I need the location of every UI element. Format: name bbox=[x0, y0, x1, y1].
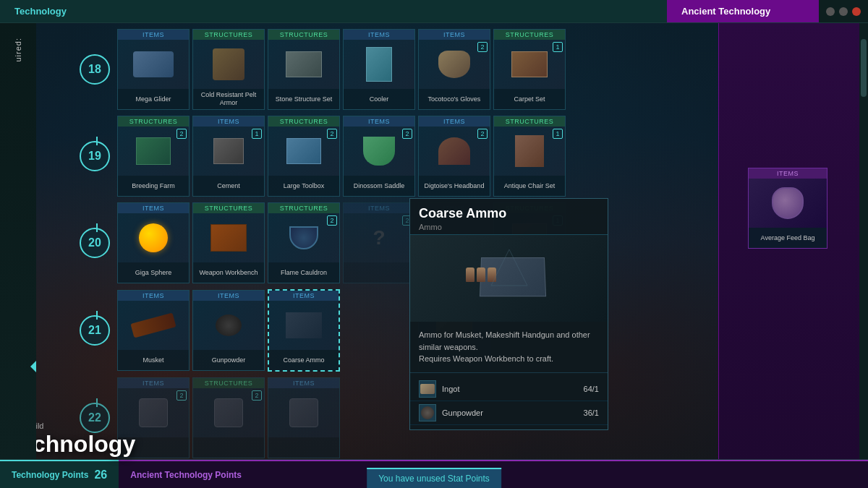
close-button[interactable] bbox=[852, 7, 861, 16]
tech-card-gloves[interactable]: Items 2 Tocotoco's Gloves bbox=[418, 29, 490, 110]
card-type-label: Items bbox=[344, 116, 414, 127]
headband-icon bbox=[438, 137, 470, 165]
tech-card-coarse-ammo[interactable]: Items Coarse Ammo bbox=[268, 289, 340, 372]
card-type-label: Items bbox=[193, 116, 264, 127]
content-area: uired: 18 Items Mega Glider bbox=[0, 23, 868, 459]
card-name: Average Feed Bag bbox=[749, 228, 827, 248]
tech-card-row22-2[interactable]: Structures 2 bbox=[192, 377, 265, 458]
scroll-left-arrow[interactable] bbox=[30, 361, 36, 372]
ingot-icon bbox=[419, 380, 436, 398]
card-image: 2 bbox=[344, 127, 414, 176]
card-image bbox=[118, 213, 189, 262]
card-name: Cold Resistant Pelt Armor bbox=[193, 89, 264, 109]
tech-points-section: Technology Points 26 bbox=[0, 460, 119, 488]
tech-card-saddle[interactable]: Items 2 Dinossom Saddle bbox=[343, 116, 415, 197]
level-connector bbox=[96, 311, 98, 320]
tech-card-cooler[interactable]: Items Cooler bbox=[343, 29, 415, 110]
card-name: Dinossom Saddle bbox=[344, 176, 414, 196]
card-type-label: Structures bbox=[118, 116, 189, 127]
scrollbar-right[interactable] bbox=[859, 23, 868, 459]
bottom-bar: Technology Points 26 Ancient Technology … bbox=[0, 459, 868, 488]
card-name: Mega Glider bbox=[118, 89, 189, 109]
card-image: 2 bbox=[419, 127, 490, 176]
level-badge-22: 22 bbox=[80, 403, 110, 433]
musket-icon bbox=[130, 313, 176, 338]
tech-card-headband[interactable]: Items 2 Digtoise's Headband bbox=[418, 116, 490, 197]
card-name: Large Toolbox bbox=[268, 176, 339, 196]
ingot-shape bbox=[420, 384, 435, 394]
ammo-bullet-1 bbox=[466, 267, 475, 282]
tech-card-toolbox[interactable]: Structures 2 Large Toolbox bbox=[268, 116, 340, 197]
card-name: Cement bbox=[193, 176, 264, 196]
coarse-ammo-tooltip: Coarse Ammo Ammo bbox=[409, 198, 608, 430]
tech-card-breeding-farm[interactable]: Structures 2 Breeding Farm bbox=[117, 116, 190, 197]
tech-card-musket[interactable]: Items Musket bbox=[117, 290, 190, 371]
tech-card-weapon-workbench[interactable]: Structures Weapon Workbench bbox=[192, 202, 265, 283]
gunpowder-icon bbox=[216, 314, 242, 336]
ingredient-gunpowder-name: Gunpowder bbox=[442, 408, 584, 417]
card-type-label: Items bbox=[193, 291, 264, 301]
pelt-icon bbox=[213, 48, 244, 80]
tech-card-mega-glider[interactable]: Items Mega Glider bbox=[117, 29, 190, 110]
card-name: Weapon Workbench bbox=[193, 262, 264, 283]
tech-tree-area: 18 Items Mega Glider Structures bbox=[36, 23, 718, 459]
tech-row-19: 19 Structures 2 Breeding Farm Items bbox=[80, 116, 718, 197]
main-container: Technology Ancient Technology uired: 18 bbox=[0, 0, 868, 488]
sphere-icon bbox=[139, 223, 168, 252]
card-image bbox=[269, 301, 339, 350]
card-type-label: Items bbox=[118, 291, 189, 301]
card-image bbox=[193, 213, 264, 262]
card-image bbox=[193, 40, 264, 89]
tech-card-pelt-armor[interactable]: Structures Cold Resistant Pelt Armor bbox=[192, 29, 265, 110]
ancient-tech-panel: Items Average Feed Bag bbox=[718, 23, 859, 459]
maximize-button[interactable] bbox=[839, 7, 848, 16]
tech-card-cement[interactable]: Items 1 Cement bbox=[192, 116, 265, 197]
card-image: 2 bbox=[118, 127, 189, 176]
unused-stat-text: You have unused Stat Points bbox=[378, 474, 490, 484]
card-image: 1 bbox=[494, 40, 565, 89]
card-number: 2 bbox=[477, 129, 488, 139]
ammo-bullet-2 bbox=[477, 267, 485, 282]
tooltip-ingredients: Ingot 64/1 Gunpowder 36/1 bbox=[410, 373, 608, 429]
card-image bbox=[268, 388, 339, 437]
tech-card-chair[interactable]: Structures 1 Antique Chair Set bbox=[493, 116, 566, 197]
tech-points-value: 26 bbox=[94, 468, 107, 481]
card-image: 2 ? bbox=[344, 213, 414, 262]
tech-row-21: 21 Items Musket Items bbox=[80, 289, 718, 372]
tech-card-giga-sphere[interactable]: Items Giga Sphere bbox=[117, 202, 190, 283]
scroll-thumb[interactable] bbox=[861, 39, 867, 97]
card-type-label: Structures bbox=[193, 203, 264, 213]
ammo-shape-svg bbox=[488, 246, 531, 289]
left-required-panel: uired: bbox=[0, 23, 36, 459]
tech-row-18: 18 Items Mega Glider Structures bbox=[80, 29, 718, 110]
minimize-button[interactable] bbox=[826, 7, 835, 16]
card-number: 1 bbox=[553, 42, 563, 52]
ammo-illustration bbox=[459, 242, 560, 314]
card-image bbox=[118, 301, 189, 350]
tech-card-row22-3[interactable]: Items bbox=[268, 377, 340, 458]
tech-card-dimmed-1[interactable]: Items 2 ? bbox=[343, 202, 415, 283]
card-name bbox=[193, 437, 264, 458]
card-number: 2 bbox=[477, 42, 488, 52]
card-image bbox=[344, 40, 414, 89]
workbench-icon bbox=[210, 224, 247, 252]
level-connector bbox=[96, 398, 98, 407]
tech-points-label: Technology Points bbox=[12, 470, 88, 480]
tech-row-20: 20 Items Giga Sphere Structures bbox=[80, 202, 718, 283]
card-image: 1 bbox=[494, 127, 565, 176]
tooltip-subtitle: Ammo bbox=[419, 223, 599, 231]
window-controls bbox=[819, 0, 868, 22]
tech-card-average-feed-bag[interactable]: Items Average Feed Bag bbox=[748, 168, 827, 249]
tech-card-stone-structure[interactable]: Structures Stone Structure Set bbox=[268, 29, 340, 110]
tech-card-carpet[interactable]: Structures 1 Carpet Set bbox=[493, 29, 566, 110]
gunpowder-ingredient-icon bbox=[419, 404, 436, 421]
card-image: 2 bbox=[419, 40, 490, 89]
ancient-points-label: Ancient Technology Points bbox=[130, 470, 242, 480]
tech-card-gunpowder[interactable]: Items Gunpowder bbox=[192, 290, 265, 371]
card-number: 2 bbox=[327, 129, 337, 139]
card-image: 2 bbox=[193, 388, 264, 437]
tech-card-flame-cauldron[interactable]: Structures 2 Flame Cauldron bbox=[268, 202, 340, 283]
card-type-label: Structures bbox=[193, 30, 264, 40]
card-name: Cooler bbox=[344, 89, 414, 109]
cooler-icon bbox=[366, 47, 392, 82]
